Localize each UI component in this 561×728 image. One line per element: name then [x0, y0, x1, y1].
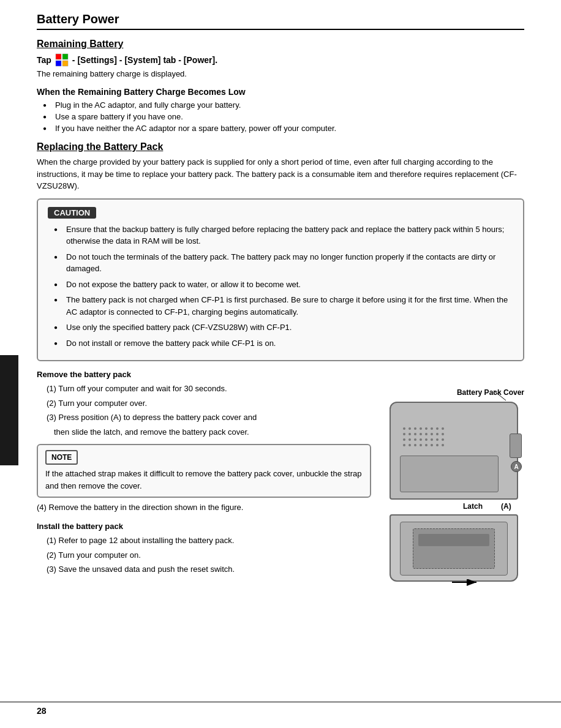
- tap-word: Tap: [37, 55, 51, 65]
- caution-item: The battery pack is not charged when CF-…: [54, 294, 513, 318]
- tap-line: Tap - [Settings] - [System] tab - [Power…: [37, 53, 524, 67]
- step4-text: (4) Remove the battery in the direction …: [37, 503, 371, 512]
- step-item: (3) Save the unsaved data and push the r…: [37, 563, 371, 576]
- replacing-section: Replacing the Battery Pack When the char…: [37, 141, 524, 361]
- step-item: (2) Turn your computer on.: [37, 549, 371, 561]
- install-steps: (1) Refer to page 12 about installing th…: [37, 535, 371, 576]
- latch-label: Latch: [463, 502, 483, 511]
- bottom-section: Remove the battery pack (1) Turn off you…: [37, 370, 524, 582]
- note-box: NOTE If the attached strap makes it diff…: [37, 444, 371, 498]
- caution-item: Do not touch the terminals of the batter…: [54, 251, 513, 275]
- list-item: Plug in the AC adaptor, and fully charge…: [43, 100, 524, 110]
- low-battery-heading: When the Remaining Battery Charge Become…: [37, 87, 524, 97]
- remaining-battery-heading: Remaining Battery: [37, 39, 123, 50]
- caution-item: Ensure that the backup battery is fully …: [54, 223, 513, 247]
- instructions-column: Remove the battery pack (1) Turn off you…: [37, 370, 371, 582]
- image-column: Battery Pack Cover: [383, 370, 524, 582]
- remove-heading: Remove the battery pack: [37, 370, 371, 379]
- list-item: Use a spare battery if you have one.: [43, 112, 524, 121]
- caution-label: CAUTION: [48, 207, 96, 219]
- page-content: Battery Power Remaining Battery Tap - [S…: [0, 0, 561, 606]
- a-label: (A): [501, 502, 511, 511]
- step-item: then slide the latch, and remove the bat…: [37, 426, 371, 438]
- svg-line-4: [494, 391, 506, 400]
- remove-steps: (1) Turn off your computer and wait for …: [37, 383, 371, 438]
- replacing-heading: Replacing the Battery Pack: [37, 141, 163, 152]
- remaining-battery-section: Remaining Battery Tap - [Settings] - [Sy…: [37, 39, 524, 133]
- replacing-body: When the charge provided by your battery…: [37, 156, 524, 192]
- step-item: (1) Refer to page 12 about installing th…: [37, 535, 371, 547]
- a-mark: A: [511, 461, 522, 472]
- install-heading: Install the battery pack: [37, 522, 371, 531]
- list-item: If you have neither the AC adaptor nor a…: [43, 124, 524, 133]
- step-item: (3) Press position (A) to depress the ba…: [37, 411, 371, 424]
- caution-item: Use only the specified battery pack (CF-…: [54, 321, 513, 334]
- svg-rect-3: [62, 61, 68, 66]
- caution-item: Do not install or remove the battery pac…: [54, 337, 513, 350]
- device-wrapper: Battery Pack Cover: [383, 370, 524, 582]
- device-bottom-image: [390, 514, 518, 582]
- caution-box: CAUTION Ensure that the backup battery i…: [37, 198, 524, 362]
- label-arrow-top: [390, 389, 518, 402]
- battery-slot: [400, 522, 508, 576]
- windows-logo-icon: [55, 53, 69, 67]
- page-number: 28: [37, 706, 47, 716]
- latch-area: [510, 433, 522, 458]
- speaker-holes: [403, 427, 445, 453]
- step-item: (1) Turn off your computer and wait for …: [37, 383, 371, 395]
- direction-arrow: [391, 579, 519, 598]
- page-number-area: 28: [0, 702, 561, 716]
- step-item: (2) Turn your computer over.: [37, 397, 371, 410]
- note-label: NOTE: [45, 450, 78, 465]
- low-battery-list: Plug in the AC adaptor, and fully charge…: [37, 100, 524, 133]
- svg-rect-1: [62, 54, 68, 59]
- note-text: If the attached strap makes it difficult…: [45, 468, 363, 492]
- caution-list: Ensure that the backup battery is fully …: [48, 223, 513, 350]
- device-top-image: A: [390, 402, 518, 500]
- tap-suffix: - [Settings] - [System] tab - [Power].: [72, 55, 217, 65]
- svg-rect-2: [56, 61, 61, 66]
- battery-detail: [413, 528, 495, 569]
- page-title: Battery Power: [37, 12, 524, 30]
- battery-cover-rect: [400, 456, 499, 492]
- svg-rect-0: [56, 54, 61, 59]
- caution-item: Do not expose the battery pack to water,…: [54, 279, 513, 291]
- battery-inner: [418, 534, 489, 546]
- tap-subtext: The remaining battery charge is displaye…: [37, 69, 524, 78]
